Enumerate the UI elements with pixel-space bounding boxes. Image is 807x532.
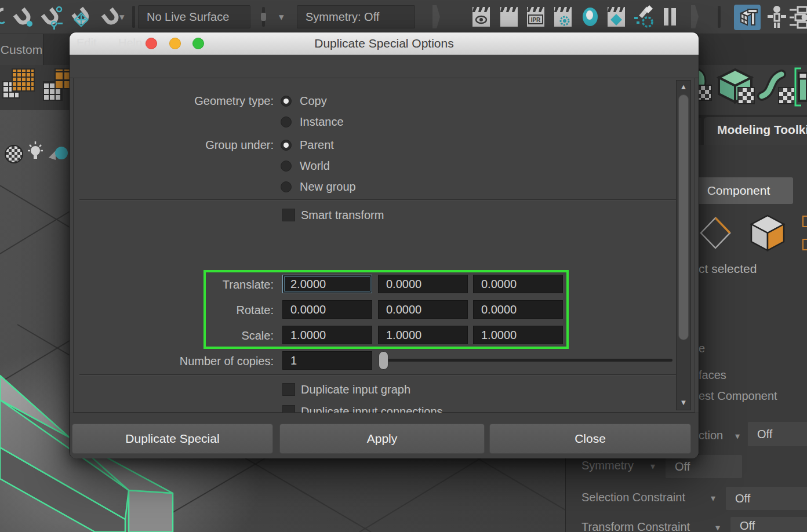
texture-display-icon[interactable] — [5, 145, 23, 163]
face-select-icon[interactable] — [749, 213, 786, 253]
group-under-world-radio[interactable] — [281, 161, 292, 172]
menu-help[interactable]: Help — [118, 37, 142, 50]
live-surface-label: No Live Surface — [147, 10, 229, 24]
duplicate-special-options-dialog: Duplicate Special Options Edit Help Geom… — [70, 32, 699, 458]
render-settings-icon[interactable] — [553, 5, 573, 28]
panel-fragment-2: faces — [699, 369, 726, 382]
geometry-type-instance-radio[interactable] — [281, 116, 292, 127]
geometry-type-copy-label[interactable]: Copy — [300, 94, 327, 108]
render-layers-icon[interactable] — [606, 5, 626, 28]
soft-selection-dropdown-arrow[interactable]: ▾ — [735, 431, 740, 442]
scroll-down-arrow[interactable]: ▼ — [677, 398, 690, 407]
group-under-newgroup-radio[interactable] — [281, 181, 292, 192]
copies-field[interactable]: 1 — [282, 351, 372, 370]
copies-label: Number of copies: — [74, 355, 274, 368]
copies-slider-track[interactable] — [380, 359, 672, 362]
paint-effects-icon[interactable] — [632, 4, 655, 30]
smart-transform-checkbox[interactable] — [282, 209, 295, 221]
dialog-scrollbar[interactable]: ▲ ▼ — [676, 80, 691, 410]
subdiv-shelf-icon — [12, 68, 35, 92]
soft-selection-value-field[interactable]: Off — [748, 422, 807, 446]
transform-constraint-label: Transform Constraint — [581, 520, 690, 532]
duplicate-input-graph-label[interactable]: Duplicate input graph — [301, 383, 410, 396]
divider — [79, 374, 682, 375]
selection-constraint-value: Off — [735, 492, 750, 505]
hypershade-icon[interactable] — [581, 5, 599, 28]
group-under-parent-label[interactable]: Parent — [300, 139, 334, 152]
selection-constraint-value-field[interactable]: Off — [726, 487, 807, 510]
toolbar-handle[interactable] — [261, 13, 266, 21]
panel-fragment-3: est Component — [699, 389, 777, 403]
copies-slider-handle[interactable] — [379, 351, 388, 370]
channel-sliders-icon[interactable] — [790, 6, 807, 29]
component-mode-label: Component — [707, 184, 770, 198]
geometry-type-instance-label[interactable]: Instance — [300, 115, 344, 129]
highlight-rectangle — [203, 270, 569, 349]
soft-selection-label-fragment: ction — [699, 429, 723, 442]
component-mode-button[interactable]: Component — [684, 177, 793, 204]
snap-dropdown-arrow[interactable]: ▾ — [119, 11, 125, 23]
shelf-tab-label: Custom — [1, 43, 42, 57]
geometry-type-label: Geometry type: — [74, 94, 274, 108]
symmetry-dropdown-arrow[interactable]: ▾ — [279, 11, 284, 23]
group-under-label: Group under: — [74, 139, 274, 152]
snap-to-curve-icon[interactable] — [38, 5, 64, 30]
poly-cube-checker — [737, 87, 755, 104]
scroll-up-arrow[interactable]: ▲ — [677, 82, 690, 91]
dialog-menubar — [70, 55, 699, 78]
selection-constraint-dropdown-arrow[interactable]: ▾ — [711, 493, 715, 504]
apply-button[interactable]: Apply — [279, 424, 485, 454]
toolbar-separator — [718, 6, 721, 28]
snap-to-point-icon[interactable] — [12, 6, 35, 29]
symmetry-label: Symmetry: Off — [306, 10, 379, 24]
menu-edit[interactable]: Edit — [77, 37, 96, 50]
duplicate-input-graph-checkbox[interactable] — [282, 383, 295, 396]
modeling-toolkit-icon — [736, 6, 758, 28]
panel-fragment-1: e — [699, 342, 705, 355]
dialog-title: Duplicate Special Options — [70, 37, 699, 50]
pause-icon[interactable] — [661, 7, 678, 27]
ipr-render-icon[interactable]: IPR — [526, 5, 546, 28]
main-toolbar: ▾ No Live Surface ▾ Symmetry: Off IPR — [0, 0, 807, 34]
svg-text:IPR: IPR — [531, 17, 541, 23]
group-under-newgroup-label[interactable]: New group — [300, 180, 356, 194]
selected-text-fragment: ct selected — [699, 262, 757, 276]
duplicate-special-button[interactable]: Duplicate Special — [72, 424, 273, 454]
toolbar-chevron-separator — [432, 5, 440, 28]
dialog-content: Geometry type: Copy Instance Group under… — [73, 78, 695, 413]
snap-to-grid-icon[interactable] — [68, 5, 96, 30]
soft-selection-value: Off — [757, 428, 772, 441]
shelf-tab-custom[interactable]: Custom — [0, 34, 43, 65]
clipped-orange-icon[interactable] — [802, 216, 807, 227]
toolbar-chevron-separator — [691, 5, 699, 28]
clipped-orange-icon[interactable] — [802, 239, 807, 250]
symmetry-panel-value: Off — [675, 460, 690, 473]
selection-constraint-label: Selection Constraint — [581, 491, 685, 504]
lighting-icon[interactable] — [26, 140, 45, 165]
smart-transform-label[interactable]: Smart transform — [301, 209, 384, 222]
transform-constraint-dropdown-arrow[interactable]: ▾ — [715, 522, 720, 532]
transform-constraint-value-field[interactable]: Off — [730, 517, 807, 532]
toolbar-separator — [132, 6, 135, 28]
scrollbar-thumb[interactable] — [678, 94, 689, 340]
live-surface-field[interactable]: No Live Surface — [138, 5, 250, 28]
vertex-select-icon[interactable] — [699, 216, 732, 250]
snap-partial-icon[interactable] — [0, 7, 9, 27]
character-controls-icon[interactable] — [766, 5, 787, 30]
geometry-type-copy-radio[interactable] — [281, 96, 292, 107]
render-frame-icon[interactable] — [499, 5, 519, 28]
group-under-world-label[interactable]: World — [300, 159, 330, 173]
symmetry-panel-label: Symmetry — [581, 459, 634, 472]
panel-tab-title: Modeling Toolkit — [717, 123, 807, 137]
transform-constraint-value: Off — [740, 519, 755, 532]
symmetry-panel-dropdown-arrow[interactable]: ▾ — [650, 461, 655, 472]
shaded-display-icon[interactable] — [48, 145, 68, 162]
divider — [79, 199, 682, 200]
symmetry-field[interactable]: Symmetry: Off — [297, 5, 415, 28]
close-button[interactable]: Close — [489, 424, 691, 454]
group-under-parent-radio[interactable] — [281, 140, 292, 151]
highlighted-shelf-icon[interactable] — [793, 65, 807, 109]
symmetry-panel-value-field[interactable]: Off — [666, 455, 742, 478]
render-view-icon[interactable] — [471, 5, 491, 28]
